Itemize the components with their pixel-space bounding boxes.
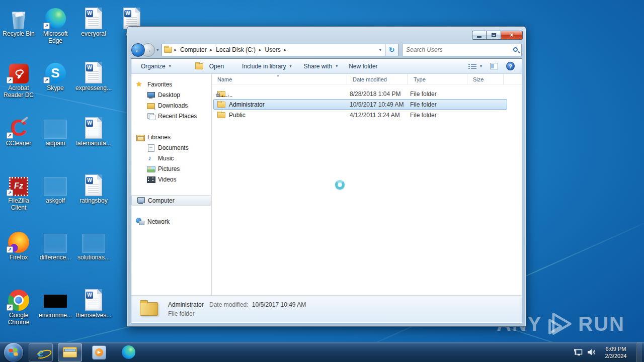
- desktop-icon-ccleaner[interactable]: C↗CCleaner: [1, 115, 37, 147]
- desktop-icon-acrobat-reader-dc[interactable]: ↗Acrobat Reader DC: [1, 59, 37, 99]
- search-box[interactable]: [402, 44, 522, 56]
- desktop-icon-firefox[interactable]: ↗Firefox: [1, 229, 37, 261]
- breadcrumb-local-disk-c[interactable]: Local Disk (C:): [214, 46, 258, 53]
- search-input[interactable]: [403, 46, 503, 53]
- breadcrumb-arrow-icon[interactable]: ▸: [173, 47, 179, 52]
- network-tray-icon[interactable]: [573, 348, 583, 356]
- videos-icon: [146, 175, 155, 184]
- busy-spinner-cursor: [335, 180, 345, 190]
- file-row-public[interactable]: Public4/12/2011 3:24 AMFile folder: [213, 110, 507, 120]
- word-doc-icon: W: [75, 115, 112, 139]
- help-button[interactable]: ?: [506, 62, 515, 70]
- volume-tray-icon[interactable]: [587, 348, 596, 356]
- edge-icon: ↗: [37, 5, 73, 29]
- desktop-icon-label: Recycle Bin: [1, 31, 37, 38]
- breadcrumb[interactable]: ▸ Computer ▸ Local Disk (C:) ▸ Users ▸ ▾: [162, 44, 385, 56]
- start-button[interactable]: [4, 343, 23, 362]
- word-doc-icon: W: [75, 59, 112, 83]
- breadcrumb-computer[interactable]: Computer: [178, 46, 209, 53]
- chevron-down-icon: ▾: [289, 64, 291, 68]
- desktop-icon-ratingsboy[interactable]: Wratingsboy: [75, 172, 112, 205]
- breadcrumb-users[interactable]: Users: [263, 46, 283, 53]
- sidebar-item-music[interactable]: Music: [131, 153, 211, 163]
- back-button[interactable]: ←: [131, 43, 145, 57]
- sidebar-item-computer[interactable]: Computer: [131, 195, 211, 206]
- sidebar-item-libraries[interactable]: Libraries: [131, 132, 211, 142]
- desktop-icon-solutionas[interactable]: solutionas...: [75, 229, 112, 261]
- share-with-button[interactable]: Share with ▾: [303, 63, 338, 70]
- include-in-library-button[interactable]: Include in library ▾: [242, 63, 291, 70]
- location-folder-icon: [164, 47, 172, 53]
- column-header-size[interactable]: Size: [467, 74, 504, 84]
- details-type: File folder: [168, 309, 306, 318]
- change-view-button[interactable]: ▾: [468, 63, 482, 69]
- clock-date: 2/3/2024: [600, 352, 631, 359]
- close-button[interactable]: ×: [501, 31, 523, 40]
- preview-pane-button[interactable]: [490, 63, 498, 69]
- desktop-icon-skype[interactable]: S↗Skype: [37, 59, 73, 92]
- taskbar-internet-explorer-button[interactable]: e: [29, 343, 53, 361]
- column-header-type[interactable]: Type: [408, 74, 467, 84]
- column-header-date-modified[interactable]: Date modified: [347, 74, 408, 84]
- desktop-icon-aidpain[interactable]: aidpain: [37, 115, 73, 147]
- organize-button[interactable]: Organize ▾: [141, 63, 171, 70]
- black-box-icon: [37, 287, 73, 311]
- desktop-icon-askgolf[interactable]: askgolf: [37, 172, 73, 205]
- sidebar-item-desktop[interactable]: Desktop: [131, 89, 211, 100]
- breadcrumb-arrow-icon[interactable]: ▸: [258, 47, 263, 52]
- sidebar-item-documents[interactable]: Documents: [131, 142, 211, 153]
- show-desktop-button[interactable]: [636, 342, 642, 362]
- word-doc-icon: W: [75, 172, 112, 196]
- desktop-icon-latemanufa[interactable]: Wlatemanufa...: [75, 115, 112, 147]
- file-row-administrator[interactable]: Administrator10/5/2017 10:49 AMFile fold…: [213, 99, 507, 110]
- search-icon: [513, 47, 518, 52]
- minimize-button[interactable]: [472, 31, 487, 40]
- details-name: Administrator: [168, 301, 204, 308]
- sidebar-item-label: Desktop: [158, 92, 180, 99]
- sidebar-item-downloads[interactable]: Downloads: [131, 100, 211, 111]
- sidebar-item-pictures[interactable]: Pictures: [131, 163, 211, 174]
- breadcrumb-arrow-icon[interactable]: ▸: [209, 47, 214, 52]
- file-date-modified: 8/28/2018 1:04 PM: [348, 90, 408, 98]
- windows-flag-icon: [9, 348, 19, 357]
- taskbar-edge-button[interactable]: [116, 343, 140, 361]
- new-folder-button[interactable]: New folder: [349, 63, 377, 70]
- maximize-button[interactable]: [487, 31, 501, 40]
- recent-pages-dropdown[interactable]: ▾: [155, 47, 162, 52]
- sidebar-item-label: Libraries: [147, 134, 171, 141]
- desktop-icon-expresseng[interactable]: Wexpresseng...: [75, 59, 112, 92]
- taskbar-windows-explorer-button[interactable]: [58, 343, 82, 361]
- open-button[interactable]: Open: [195, 63, 224, 70]
- desktop-icon-label: Microsoft Edge: [37, 31, 73, 45]
- sidebar-item-favorites[interactable]: Favorites: [131, 79, 211, 89]
- file-row-admin[interactable]: admin8/28/2018 1:04 PMFile folder: [213, 88, 507, 99]
- desktop-icon-label: ratingsboy: [75, 198, 112, 205]
- desktop-icon-everyoral[interactable]: Weveryoral: [75, 5, 112, 38]
- desktop-icon-environme[interactable]: environme...: [37, 287, 73, 319]
- anyrun-logo-icon: [546, 310, 574, 338]
- ghost-icon: [75, 229, 112, 253]
- acrobat-icon: ↗: [1, 59, 37, 83]
- desktop-icon-themselves[interactable]: Wthemselves...: [75, 287, 112, 319]
- sort-ascending-icon: ▲: [276, 73, 280, 77]
- desktop-icon-difference[interactable]: difference...: [37, 229, 73, 261]
- sidebar-item-videos[interactable]: Videos: [131, 174, 211, 185]
- desktop-icon-recycle-bin[interactable]: Recycle Bin: [1, 5, 37, 38]
- ghost-icon: [37, 115, 73, 139]
- ghost-icon: [37, 229, 73, 253]
- details-text: Administrator Date modified: 10/5/2017 1…: [168, 300, 306, 318]
- taskbar-clock[interactable]: 6:09 PM 2/3/2024: [600, 345, 631, 359]
- breadcrumb-arrow-icon[interactable]: ▸: [283, 47, 288, 52]
- refresh-button[interactable]: ↻: [385, 44, 398, 56]
- sidebar-item-network[interactable]: Network: [131, 216, 211, 227]
- desktop-icon-google-chrome[interactable]: ↗Google Chrome: [1, 287, 37, 326]
- share-with-label: Share with: [303, 63, 332, 70]
- desktop-icon-label: themselves...: [75, 312, 112, 319]
- sidebar-item-recent-places[interactable]: Recent Places: [131, 111, 211, 121]
- explorer-client-area: Organize ▾ Open Include in library ▾ Sha…: [131, 58, 522, 323]
- taskbar-media-player-button[interactable]: ▶: [87, 343, 111, 361]
- address-dropdown-icon[interactable]: ▾: [379, 47, 385, 52]
- desktop-icon-filezilla-client[interactable]: Fz↗FileZilla Client: [1, 172, 37, 212]
- desktop-icon-microsoft-edge[interactable]: ↗Microsoft Edge: [37, 5, 73, 45]
- minimize-icon: [477, 36, 481, 38]
